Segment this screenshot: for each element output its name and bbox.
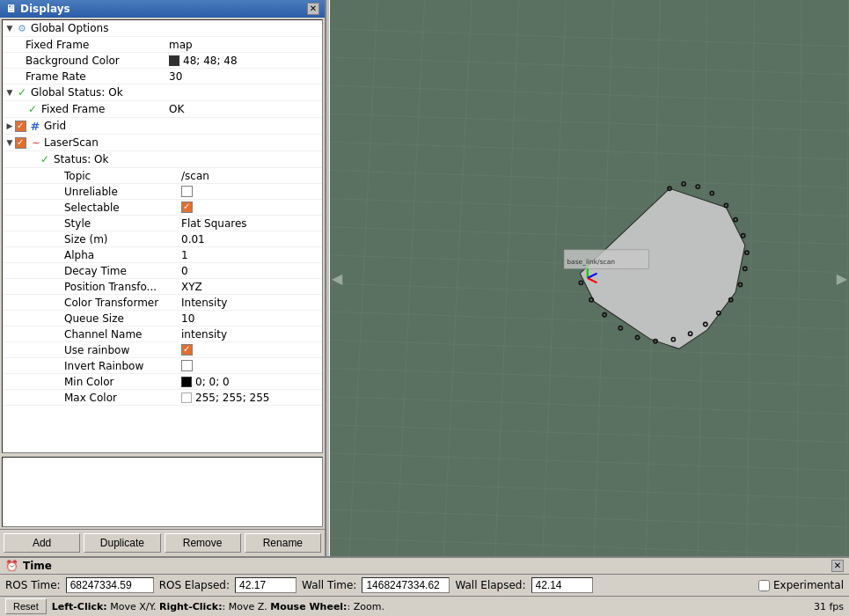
label-channel-name: Channel Name bbox=[64, 328, 142, 341]
add-button[interactable]: Add bbox=[4, 533, 80, 553]
experimental-checkbox[interactable] bbox=[758, 580, 770, 591]
label-grid: Grid bbox=[44, 120, 66, 132]
tree-row-use-rainbow[interactable]: Use rainbow bbox=[3, 342, 322, 358]
label-min-color: Min Color bbox=[64, 376, 113, 388]
tree-row-min-color[interactable]: Min Color 0; 0; 0 bbox=[3, 374, 322, 390]
monitor-icon: 🖥 bbox=[5, 3, 16, 15]
tree-row-selectable[interactable]: Selectable bbox=[3, 200, 322, 216]
value-frame-rate: 30 bbox=[169, 70, 182, 83]
value-color-transformer: Intensity bbox=[181, 297, 227, 309]
label-laserscan: LaserScan bbox=[44, 136, 99, 149]
label-topic: Topic bbox=[64, 170, 91, 182]
status-bar: Reset Left-Click: Move X/Y. Right-Click:… bbox=[0, 596, 849, 616]
tree-row-style[interactable]: Style Flat Squares bbox=[3, 216, 322, 231]
tree-row-background-color[interactable]: Background Color 48; 48; 48 bbox=[3, 53, 322, 69]
icon-status-ok: ✓ bbox=[38, 152, 52, 166]
value-min-color: 0; 0; 0 bbox=[195, 376, 230, 388]
checkbox-unreliable[interactable] bbox=[181, 186, 193, 197]
label-selectable: Selectable bbox=[64, 202, 120, 214]
experimental-container: Experimental bbox=[758, 579, 844, 591]
value-position-transform: XYZ bbox=[181, 281, 202, 293]
label-max-color: Max Color bbox=[64, 392, 117, 404]
checkbox-laserscan[interactable] bbox=[15, 137, 26, 149]
label-unreliable: Unreliable bbox=[64, 186, 118, 198]
reset-button[interactable]: Reset bbox=[5, 598, 47, 614]
experimental-label: Experimental bbox=[773, 579, 844, 591]
remove-button[interactable]: Remove bbox=[165, 533, 241, 553]
tree-row-unreliable[interactable]: Unreliable bbox=[3, 184, 322, 200]
svg-text:base_link/scan: base_link/scan bbox=[567, 258, 615, 266]
label-ff-status: Fixed Frame bbox=[41, 103, 105, 115]
mouse-wheel-action: Zoom. bbox=[354, 601, 384, 612]
tree-row-grid[interactable]: ▶ # Grid bbox=[3, 118, 322, 135]
swatch-background-color[interactable] bbox=[169, 55, 179, 66]
tree-row-laserscan[interactable]: ▼ ~ LaserScan bbox=[3, 135, 322, 151]
label-size-m: Size (m) bbox=[64, 233, 108, 246]
tree-row-alpha[interactable]: Alpha 1 bbox=[3, 247, 322, 263]
checkbox-grid[interactable] bbox=[15, 121, 26, 132]
tree-row-topic[interactable]: Topic /scan bbox=[3, 168, 322, 184]
arrow-global-options[interactable]: ▼ bbox=[4, 23, 15, 33]
arrow-global-status[interactable]: ▼ bbox=[4, 87, 15, 98]
checkbox-selectable[interactable] bbox=[181, 202, 193, 213]
label-frame-rate: Frame Rate bbox=[26, 70, 86, 83]
tree-row-fixed-frame[interactable]: Fixed Frame map bbox=[3, 37, 322, 53]
mouse-wheel-bold: Mouse Wheel: bbox=[270, 601, 347, 612]
tree-row-max-color[interactable]: Max Color 255; 255; 255 bbox=[3, 390, 322, 406]
icon-grid: # bbox=[28, 119, 42, 133]
label-global-status: Global Status: Ok bbox=[31, 86, 123, 99]
grid-svg: base_link/scan bbox=[330, 0, 849, 556]
value-max-color: 255; 255; 255 bbox=[195, 392, 269, 404]
tree-row-queue-size[interactable]: Queue Size 10 bbox=[3, 311, 322, 326]
value-size-m: 0.01 bbox=[181, 233, 205, 246]
arrow-laserscan[interactable]: ▼ bbox=[4, 137, 15, 148]
label-status-ok: Status: Ok bbox=[54, 153, 109, 165]
tree-row-position-transform[interactable]: Position Transfo... XYZ bbox=[3, 279, 322, 295]
checkbox-invert-rainbow[interactable] bbox=[181, 360, 193, 371]
value-channel-name: intensity bbox=[181, 328, 227, 341]
tree-row-size-m[interactable]: Size (m) 0.01 bbox=[3, 231, 322, 247]
tree-row-status-ok[interactable]: ✓ Status: Ok bbox=[3, 151, 322, 168]
swatch-min-color[interactable] bbox=[181, 377, 192, 387]
label-fixed-frame: Fixed Frame bbox=[26, 39, 89, 51]
displays-close-button[interactable]: ✕ bbox=[307, 3, 319, 15]
empty-display-panel bbox=[2, 457, 323, 527]
tree-row-global-options[interactable]: ▼ ⚙ Global Options bbox=[3, 20, 322, 37]
value-ff-status: OK bbox=[169, 103, 184, 115]
tree-row-channel-name[interactable]: Channel Name intensity bbox=[3, 326, 322, 342]
wall-time-input[interactable] bbox=[362, 577, 450, 593]
tree-row-frame-rate[interactable]: Frame Rate 30 bbox=[3, 69, 322, 84]
fps-label: 31 fps bbox=[814, 601, 844, 612]
displays-buttons-bar: Add Duplicate Remove Rename bbox=[0, 529, 325, 556]
time-bar: ⏰ Time ✕ ROS Time: ROS Elapsed: Wall Tim… bbox=[0, 556, 849, 596]
label-decay-time: Decay Time bbox=[64, 265, 127, 277]
view-arrow-right[interactable]: ▶ bbox=[837, 270, 847, 287]
tree-row-decay-time[interactable]: Decay Time 0 bbox=[3, 263, 322, 279]
ros-elapsed-label: ROS Elapsed: bbox=[159, 579, 230, 591]
tree-row-color-transformer[interactable]: Color Transformer Intensity bbox=[3, 295, 322, 311]
ros-time-label: ROS Time: bbox=[5, 579, 61, 591]
right-click-bold: Right-Click: bbox=[159, 601, 223, 612]
swatch-max-color[interactable] bbox=[181, 392, 192, 403]
ros-time-input[interactable] bbox=[66, 577, 154, 593]
duplicate-button[interactable]: Duplicate bbox=[84, 533, 160, 553]
tree-row-fixed-frame-status[interactable]: ✓ Fixed Frame OK bbox=[3, 101, 322, 118]
rename-button[interactable]: Rename bbox=[245, 533, 321, 553]
3d-view[interactable]: base_link/scan ◀ ▶ bbox=[330, 0, 849, 556]
time-close-button[interactable]: ✕ bbox=[831, 560, 844, 572]
checkbox-use-rainbow[interactable] bbox=[181, 344, 193, 356]
arrow-grid[interactable]: ▶ bbox=[4, 121, 15, 131]
ros-elapsed-input[interactable] bbox=[235, 577, 296, 593]
view-arrow-left[interactable]: ◀ bbox=[332, 270, 342, 287]
value-topic: /scan bbox=[181, 170, 209, 182]
value-decay-time: 0 bbox=[181, 265, 188, 277]
wall-time-label: Wall Time: bbox=[302, 579, 356, 591]
value-queue-size: 10 bbox=[181, 312, 194, 325]
left-click-action: Move X/Y. bbox=[110, 601, 156, 612]
label-style: Style bbox=[64, 217, 91, 230]
time-content: ROS Time: ROS Elapsed: Wall Time: Wall E… bbox=[0, 575, 849, 596]
wall-elapsed-input[interactable] bbox=[531, 577, 593, 593]
left-click-label: Left-Click: Move X/Y. Right-Click:: Move… bbox=[52, 601, 384, 612]
tree-row-invert-rainbow[interactable]: Invert Rainbow bbox=[3, 358, 322, 374]
tree-row-global-status[interactable]: ▼ ✓ Global Status: Ok bbox=[3, 84, 322, 101]
